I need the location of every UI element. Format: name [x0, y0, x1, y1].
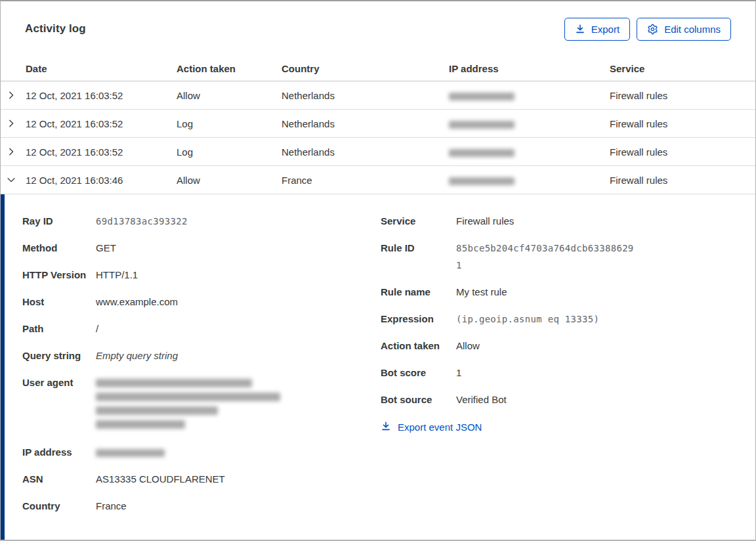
field-value: France — [96, 498, 127, 515]
redacted-ip — [449, 149, 514, 157]
cell-ip-address — [449, 118, 610, 129]
event-detail-panel: Ray ID 69d13783ac393322 Method GET HTTP … — [1, 194, 755, 540]
field-label: Action taken — [381, 337, 456, 355]
field-label: Service — [381, 213, 456, 230]
table-row[interactable]: 12 Oct, 2021 16:03:52 Log Netherlands Fi… — [1, 138, 755, 166]
cell-country: Netherlands — [282, 118, 449, 129]
field-value: 1 — [456, 364, 461, 381]
column-header-country: Country — [282, 63, 449, 74]
cell-service: Firewall rules — [610, 90, 755, 101]
cell-date: 12 Oct, 2021 16:03:46 — [26, 175, 177, 186]
field-label: Query string — [22, 347, 96, 364]
field-value: GET — [96, 240, 116, 257]
export-button[interactable]: Export — [564, 18, 630, 41]
field-value: HTTP/1.1 — [96, 267, 138, 284]
card-header: Activity log Export Edit columns — [1, 1, 755, 56]
cell-action-taken: Allow — [177, 90, 282, 101]
field-value: Firewall rules — [456, 213, 514, 230]
detail-row-http-version: HTTP Version HTTP/1.1 — [22, 267, 381, 284]
field-label: HTTP Version — [22, 267, 96, 284]
field-label: Bot score — [381, 364, 456, 381]
field-value: / — [96, 320, 98, 337]
column-header-action-taken: Action taken — [177, 63, 282, 74]
redacted-text — [96, 420, 185, 429]
redacted-text — [96, 406, 218, 415]
export-button-label: Export — [591, 24, 620, 35]
redacted-text — [96, 393, 280, 401]
field-value: AS13335 CLOUDFLARENET — [96, 471, 225, 488]
cell-service: Firewall rules — [610, 146, 755, 158]
redacted-ip — [449, 177, 514, 185]
cell-action-taken: Allow — [177, 175, 282, 186]
field-value: Verified Bot — [456, 391, 507, 408]
redacted-text — [96, 379, 252, 387]
detail-row-user-agent: User agent — [22, 374, 381, 434]
field-value: Empty query string — [96, 347, 178, 364]
cell-ip-address — [449, 90, 610, 101]
table-row[interactable]: 12 Oct, 2021 16:03:52 Log Netherlands Fi… — [1, 110, 755, 138]
redacted-text — [96, 449, 165, 457]
edit-columns-button-label: Edit columns — [664, 24, 721, 35]
cell-service: Firewall rules — [610, 175, 755, 186]
gear-icon — [647, 24, 658, 35]
detail-row-service: Service Firewall rules — [381, 213, 742, 230]
cell-ip-address — [449, 175, 610, 186]
detail-row-path: Path / — [22, 320, 381, 337]
table-header: Date Action taken Country IP address Ser… — [1, 56, 755, 81]
redacted-ip — [449, 93, 514, 100]
field-value: (ip.geoip.asnum eq 13335) — [456, 311, 599, 328]
field-label: Bot source — [381, 391, 456, 408]
table-row-expanded[interactable]: 12 Oct, 2021 16:03:46 Allow France Firew… — [1, 166, 755, 194]
cell-date: 12 Oct, 2021 16:03:52 — [26, 118, 177, 129]
field-label: Path — [22, 320, 96, 337]
detail-row-method: Method GET — [22, 240, 381, 257]
edit-columns-button[interactable]: Edit columns — [637, 18, 731, 41]
detail-row-query-string: Query string Empty query string — [22, 347, 381, 364]
activity-log-card: Activity log Export Edit columns Date Ac… — [0, 0, 756, 541]
chevron-down-icon[interactable] — [1, 170, 21, 190]
export-event-json-label: Export event JSON — [398, 422, 482, 433]
redacted-user-agent — [96, 374, 280, 434]
field-label: User agent — [22, 374, 96, 391]
detail-row-ray-id: Ray ID 69d13783ac393322 — [22, 213, 381, 230]
field-label: Rule name — [381, 284, 456, 301]
download-icon — [575, 24, 585, 34]
cell-service: Firewall rules — [610, 118, 755, 129]
detail-row-action-taken: Action taken Allow — [381, 337, 742, 355]
chevron-right-icon[interactable] — [1, 142, 21, 162]
column-header-ip-address: IP address — [449, 63, 610, 74]
detail-row-asn: ASN AS13335 CLOUDFLARENET — [22, 471, 381, 488]
field-label: Ray ID — [22, 213, 96, 230]
field-label: ASN — [22, 471, 96, 488]
field-value: My test rule — [456, 284, 507, 301]
detail-row-bot-source: Bot source Verified Bot — [381, 391, 742, 408]
detail-row-rule-id: Rule ID 85bce5b204cf4703a764dcb633886291 — [381, 240, 742, 274]
cell-ip-address — [449, 146, 610, 158]
detail-row-rule-name: Rule name My test rule — [381, 284, 742, 301]
detail-row-country: Country France — [22, 498, 381, 515]
field-value: 85bce5b204cf4703a764dcb633886291 — [456, 240, 637, 274]
toolbar: Export Edit columns — [564, 18, 731, 41]
detail-left-column: Ray ID 69d13783ac393322 Method GET HTTP … — [22, 213, 381, 525]
detail-row-expression: Expression (ip.geoip.asnum eq 13335) — [381, 311, 742, 328]
field-label: IP address — [22, 444, 96, 461]
download-icon — [381, 421, 391, 433]
detail-right-column: Service Firewall rules Rule ID 85bce5b20… — [381, 213, 742, 434]
field-value: 69d13783ac393322 — [96, 213, 188, 230]
field-value: Allow — [456, 337, 480, 355]
redacted-ip — [96, 444, 165, 461]
chevron-right-icon[interactable] — [1, 85, 21, 105]
column-header-date: Date — [26, 63, 177, 74]
detail-row-ip-address: IP address — [22, 444, 381, 461]
export-event-json-link[interactable]: Export event JSON — [381, 421, 482, 433]
page-title: Activity log — [25, 22, 86, 35]
detail-row-bot-score: Bot score 1 — [381, 364, 742, 381]
cell-country: Netherlands — [282, 90, 449, 101]
field-label: Host — [22, 293, 96, 311]
cell-country: Netherlands — [282, 146, 449, 158]
cell-date: 12 Oct, 2021 16:03:52 — [26, 146, 177, 158]
chevron-right-icon[interactable] — [1, 114, 21, 133]
detail-row-host: Host www.example.com — [22, 293, 381, 311]
cell-action-taken: Log — [177, 146, 282, 158]
table-row[interactable]: 12 Oct, 2021 16:03:52 Allow Netherlands … — [1, 81, 755, 110]
